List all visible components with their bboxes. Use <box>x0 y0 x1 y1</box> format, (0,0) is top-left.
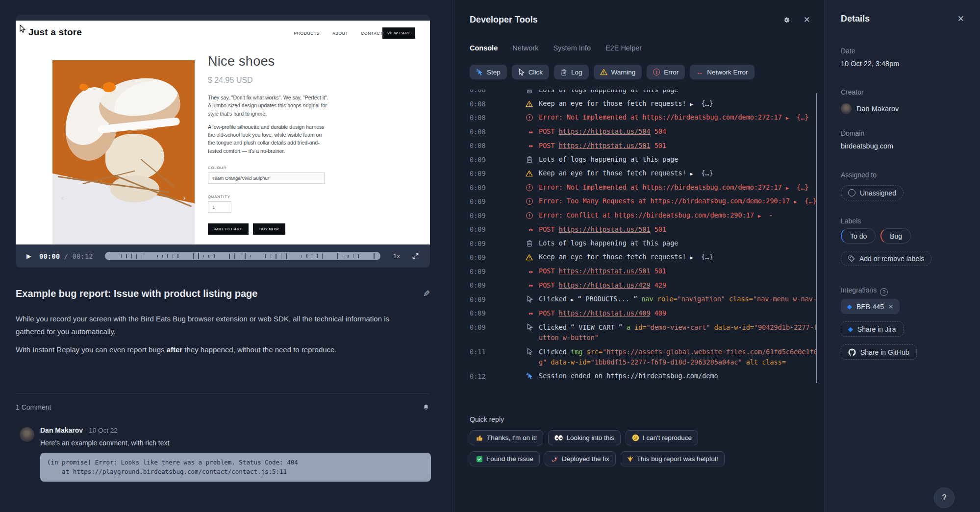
jira-issue-chip[interactable]: ◆ BEB-445 ✕ <box>841 299 900 314</box>
store-nav-link[interactable]: CONTACT <box>361 31 383 36</box>
assignee-button[interactable]: Unassigned <box>841 185 904 200</box>
play-button[interactable]: ▶ <box>26 253 31 259</box>
console-log-list[interactable]: 0:08Lots of logs happening at this page0… <box>470 90 817 384</box>
eyes-emoji <box>554 435 563 441</box>
log-timestamp: 0:09 <box>470 268 508 275</box>
date-label: Date <box>841 47 855 55</box>
date-value: 10 Oct 22, 3:48pm <box>841 60 899 68</box>
quick-reply-button[interactable]: This bug report was helpful! <box>621 451 725 466</box>
console-log-row[interactable]: 0:09!Error: Conflict at https://birdeats… <box>470 209 817 223</box>
quick-reply-button[interactable]: I can't reproduce <box>626 430 698 445</box>
console-log-row[interactable]: 0:09Keep an eye for those fetch requests… <box>470 250 817 265</box>
details-close-button[interactable]: ✕ <box>957 14 964 24</box>
console-log-row[interactable]: 0:09Clicked “ VIEW CART ” a id="demo-vie… <box>470 320 817 345</box>
log-message: POST https://httpstat.us/409 409 <box>539 308 817 318</box>
console-log-row[interactable]: 0:08!Error: Not Implemented at https://b… <box>470 111 817 125</box>
network-arrow-icon: ↔ <box>529 226 533 233</box>
quick-reply-button[interactable]: Found the issue <box>470 451 540 466</box>
devtools-title: Developer Tools <box>470 15 538 25</box>
notifications-button[interactable] <box>422 403 430 411</box>
domain-value: birdeatsbug.com <box>841 142 893 150</box>
console-log-row[interactable]: 0:08Lots of logs happening at this page <box>470 90 817 97</box>
store-nav-link[interactable]: PRODUCTS <box>294 31 320 36</box>
buy-now-button[interactable]: BUY NOW <box>253 223 285 235</box>
console-log-row[interactable]: 0:09Lots of logs happening at this page <box>470 153 817 167</box>
devtools-settings-button[interactable] <box>782 16 791 24</box>
log-message: Error: Too Many Requests at https://bird… <box>539 196 817 207</box>
log-timestamp: 0:09 <box>470 212 508 219</box>
tab-system-info[interactable]: System Info <box>553 44 591 52</box>
log-message: POST https://httpstat.us/501 501 <box>539 224 817 235</box>
console-log-row[interactable]: 0:09↔POST https://httpstat.us/501 501 <box>470 222 817 237</box>
session-video-player[interactable]: Just a store PRODUCTSABOUTCONTACT VIEW C… <box>16 15 430 268</box>
console-log-row[interactable]: 0:09↔POST https://httpstat.us/429 429 <box>470 278 817 293</box>
console-log-row[interactable]: 0:11Clicked img src="https://assets-glob… <box>470 345 817 369</box>
carousel-next-icon[interactable]: › <box>183 194 186 202</box>
playback-speed-button[interactable]: 1x <box>393 252 400 260</box>
share-jira-button[interactable]: ◆ Share in Jira <box>841 321 904 337</box>
add-labels-button[interactable]: Add or remove labels <box>841 251 931 266</box>
tab-network[interactable]: Network <box>512 44 538 52</box>
console-log-row[interactable]: 0:09↔POST https://httpstat.us/409 409 <box>470 306 817 320</box>
bell-icon <box>422 403 430 411</box>
console-log-row[interactable]: 0:08↔POST https://httpstat.us/501 501 <box>470 139 817 153</box>
current-time: 00:00 <box>39 252 60 260</box>
add-to-cart-button[interactable]: ADD TO CART <box>208 223 249 235</box>
console-filters: StepClickLogWarning!Error↔Network Error <box>470 65 754 79</box>
help-button[interactable]: ? <box>934 488 955 508</box>
creator-name: Dan Makarov <box>856 105 899 113</box>
console-log-row[interactable]: 0:09Keep an eye for those fetch requests… <box>470 167 817 181</box>
description-paragraph: While you record your screen with the Bi… <box>16 313 418 338</box>
console-log-row[interactable]: 0:09↔POST https://httpstat.us/501 501 <box>470 265 817 279</box>
remove-integration-icon[interactable]: ✕ <box>888 303 893 310</box>
log-timestamp: 0:09 <box>470 323 508 331</box>
filter-error[interactable]: !Error <box>647 65 685 79</box>
quick-reply-buttons: Thanks, I'm on it!Looking into thisI can… <box>470 430 770 466</box>
product-image: ‹ › <box>52 60 195 244</box>
filter-log[interactable]: Log <box>554 65 589 79</box>
console-scrollbar[interactable] <box>816 93 817 383</box>
devtools-close-button[interactable]: ✕ <box>804 15 810 25</box>
console-log-row[interactable]: 0:12Session ended on https://birdeatsbug… <box>470 369 817 384</box>
timeline-scrubber[interactable] <box>105 252 380 260</box>
log-message: POST https://httpstat.us/429 429 <box>539 280 817 291</box>
colour-select[interactable]: Team Orange/Vivid Sulphur <box>208 172 325 184</box>
log-timestamp: 0:08 <box>470 114 508 122</box>
filter-click[interactable]: Click <box>512 65 549 79</box>
carousel-prev-icon[interactable]: ‹ <box>61 194 64 202</box>
log-message: Keep an eye for those fetch requests! ▶ … <box>539 252 817 263</box>
quick-reply-button[interactable]: Thanks, I'm on it! <box>470 430 543 445</box>
console-log-row[interactable]: 0:09Lots of logs happening at this page <box>470 237 817 251</box>
label-pill-to-do[interactable]: To do <box>841 228 876 244</box>
log-timestamp: 0:09 <box>470 295 508 303</box>
domain-label: Domain <box>841 129 864 137</box>
store-nav-link[interactable]: ABOUT <box>332 31 348 36</box>
jira-icon: ◆ <box>847 303 852 310</box>
console-log-row[interactable]: 0:09Clicked ▶ “ PRODUCTS... ” nav role="… <box>470 293 817 307</box>
console-log-row[interactable]: 0:08↔POST https://httpstat.us/504 504 <box>470 125 817 139</box>
devtools-tabs: ConsoleNetworkSystem InfoE2E Helper <box>470 44 642 52</box>
filter-warning[interactable]: Warning <box>594 65 642 79</box>
edit-title-button[interactable]: ✎ <box>423 288 430 299</box>
console-log-row[interactable]: 0:08Keep an eye for those fetch requests… <box>470 97 817 111</box>
tab-console[interactable]: Console <box>470 44 498 52</box>
help-circle-icon[interactable]: ? <box>880 288 888 296</box>
console-log-row[interactable]: 0:09!Error: Too Many Requests at https:/… <box>470 195 817 209</box>
report-description: While you record your screen with the Bi… <box>16 313 418 356</box>
console-log-row[interactable]: 0:09!Error: Not Implemented at https://b… <box>470 181 817 195</box>
tag-icon <box>848 255 855 262</box>
share-github-button[interactable]: Share in GitHub <box>841 344 917 360</box>
view-cart-button[interactable]: VIEW CART <box>382 27 415 39</box>
log-message: Error: Not Implemented at https://birdea… <box>539 112 817 123</box>
quantity-input[interactable] <box>208 201 231 213</box>
quick-reply-button[interactable]: Deployed the fix <box>545 451 616 466</box>
description-paragraph: With Instant Replay you can even report … <box>16 343 418 356</box>
product-title: Nice shoes <box>208 54 328 69</box>
fullscreen-button[interactable] <box>412 252 419 260</box>
devtools-panel: Developer Tools ✕ ConsoleNetworkSystem I… <box>454 0 825 512</box>
filter-network-error[interactable]: ↔Network Error <box>690 65 754 79</box>
label-pill-bug[interactable]: Bug <box>880 228 911 244</box>
tab-e2e-helper[interactable]: E2E Helper <box>605 44 642 52</box>
filter-step[interactable]: Step <box>470 65 507 79</box>
quick-reply-button[interactable]: Looking into this <box>548 430 621 445</box>
